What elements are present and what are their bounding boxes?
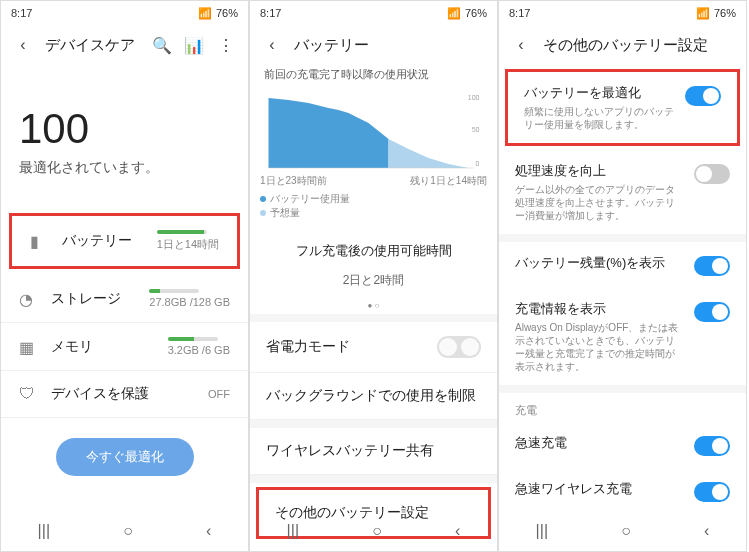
usage-chart: 100 50 0 1日と23時間前残り1日と14時間 バッテリー使用量 予想量 (260, 90, 487, 224)
status-bar: 8:17 📶76% (499, 1, 746, 25)
nav-back-icon[interactable]: ‹ (455, 522, 460, 540)
optimize-button[interactable]: 今すぐ最適化 (56, 438, 194, 476)
power-save-toggle[interactable] (437, 336, 481, 358)
nav-home-icon[interactable]: ○ (123, 522, 133, 540)
storage-item[interactable]: ◔ ストレージ 27.8GB /128 GB (1, 275, 248, 323)
wireless-item[interactable]: ワイヤレスバッテリー共有 (250, 428, 497, 475)
percent-setting[interactable]: バッテリー残量(%)を表示 (499, 242, 746, 288)
nav-home-icon[interactable]: ○ (372, 522, 382, 540)
battery-icon: ▮ (30, 232, 48, 250)
charge-info-setting[interactable]: 充電情報を表示 Always On DisplayがOFF、または表示されていな… (499, 288, 746, 385)
nav-recent-icon[interactable]: ||| (536, 522, 548, 540)
header: ‹ バッテリー (250, 25, 497, 65)
battery-item[interactable]: ▮ バッテリー 1日と14時間 (12, 216, 237, 266)
nav-bar: ||| ○ ‹ (499, 511, 746, 551)
optimize-toggle[interactable] (685, 86, 721, 106)
page-title: バッテリー (294, 36, 485, 55)
highlight-battery: ▮ バッテリー 1日と14時間 (9, 213, 240, 269)
charge-section: 充電 (499, 393, 746, 422)
back-icon[interactable]: ‹ (262, 35, 282, 55)
full-charge-label: フル充電後の使用可能時間 (250, 230, 497, 272)
nav-home-icon[interactable]: ○ (621, 522, 631, 540)
search-icon[interactable]: 🔍 (152, 35, 172, 55)
svg-text:100: 100 (468, 94, 480, 101)
back-icon[interactable]: ‹ (511, 35, 531, 55)
svg-text:50: 50 (472, 126, 480, 133)
back-icon[interactable]: ‹ (13, 35, 33, 55)
chart-icon[interactable]: 📊 (184, 35, 204, 55)
speed-toggle[interactable] (694, 164, 730, 184)
nav-recent-icon[interactable]: ||| (38, 522, 50, 540)
fast-wireless-toggle[interactable] (694, 482, 730, 502)
optimize-setting[interactable]: バッテリーを最適化 頻繁に使用しないアプリのバッテリー使用量を制限します。 (508, 72, 737, 143)
power-save-item[interactable]: 省電力モード (250, 322, 497, 373)
speed-setting[interactable]: 処理速度を向上 ゲーム以外の全てのアプリのデータ処理速度を向上させます。バッテリ… (499, 150, 746, 234)
more-icon[interactable]: ⋮ (216, 35, 236, 55)
memory-item[interactable]: ▦ メモリ 3.2GB /6 GB (1, 323, 248, 371)
shield-icon: 🛡 (19, 385, 37, 403)
storage-icon: ◔ (19, 290, 37, 308)
header: ‹ その他のバッテリー設定 (499, 25, 746, 65)
nav-bar: ||| ○ ‹ (1, 511, 248, 551)
chart-title: 前回の充電完了時以降の使用状況 (250, 65, 497, 84)
fast-charge-setting[interactable]: 急速充電 (499, 422, 746, 468)
nav-back-icon[interactable]: ‹ (206, 522, 211, 540)
score: 100 (1, 65, 248, 159)
charge-info-toggle[interactable] (694, 302, 730, 322)
nav-recent-icon[interactable]: ||| (287, 522, 299, 540)
protect-item[interactable]: 🛡 デバイスを保護 OFF (1, 371, 248, 418)
percent-toggle[interactable] (694, 256, 730, 276)
fast-wireless-setting[interactable]: 急速ワイヤレス充電 (499, 468, 746, 514)
header: ‹ デバイスケア 🔍 📊 ⋮ (1, 25, 248, 65)
duration: 2日と2時間 (250, 272, 497, 297)
memory-icon: ▦ (19, 338, 37, 356)
status-text: 最適化されています。 (1, 159, 248, 207)
bg-limit-item[interactable]: バックグラウンドでの使用を制限 (250, 373, 497, 420)
page-title: デバイスケア (45, 36, 140, 55)
highlight-optimize: バッテリーを最適化 頻繁に使用しないアプリのバッテリー使用量を制限します。 (505, 69, 740, 146)
nav-bar: ||| ○ ‹ (250, 511, 497, 551)
status-bar: 8:17 📶76% (250, 1, 497, 25)
nav-back-icon[interactable]: ‹ (704, 522, 709, 540)
fast-toggle[interactable] (694, 436, 730, 456)
page-title: その他のバッテリー設定 (543, 36, 734, 55)
status-bar: 8:17 📶76% (1, 1, 248, 25)
page-dots: ● ○ (250, 297, 497, 314)
svg-text:0: 0 (476, 160, 480, 167)
